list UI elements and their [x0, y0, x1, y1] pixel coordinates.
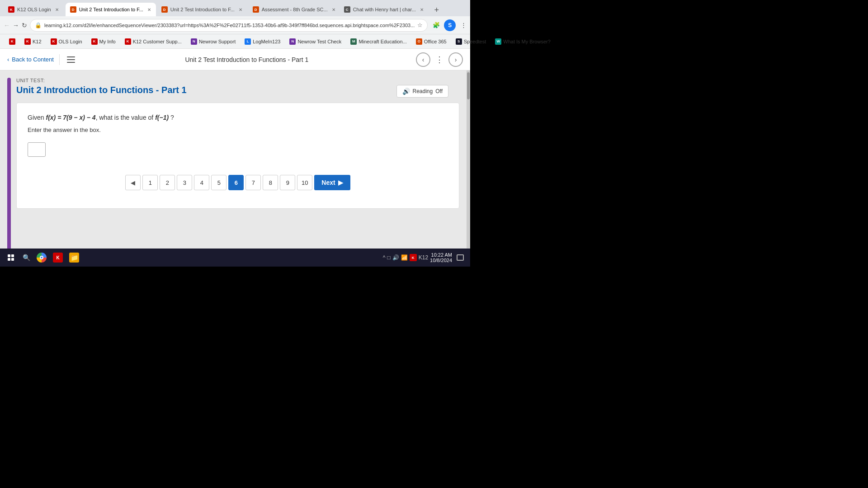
- new-tab-button[interactable]: +: [430, 4, 443, 16]
- scrollbar[interactable]: [467, 70, 470, 267]
- question-instruction: Enter the answer in the box.: [28, 127, 448, 133]
- tab-close-2[interactable]: ✕: [237, 6, 244, 13]
- bookmark-newrow-test[interactable]: N Newrow Test Check: [286, 37, 345, 46]
- bookmark-label-wib: What Is My Browser?: [503, 39, 551, 44]
- scroll-thumb[interactable]: [467, 72, 470, 99]
- profile-icon[interactable]: S: [444, 19, 456, 31]
- tab-unit2-2[interactable]: D Unit 2 Test Introduction to F... ✕: [157, 3, 247, 16]
- taskbar-chrome[interactable]: [34, 250, 49, 265]
- bookmark-favicon-wib: W: [495, 38, 501, 45]
- reading-state-label: Off: [435, 88, 443, 94]
- bookmark-favicon-logmein: L: [245, 38, 251, 45]
- pagination-page-10[interactable]: 10: [297, 175, 312, 190]
- reload-button[interactable]: ↻: [22, 19, 27, 32]
- lock-icon: 🔒: [35, 22, 42, 28]
- reading-icon: 🔊: [402, 88, 410, 95]
- reading-button[interactable]: 🔊 Reading Off: [396, 85, 449, 98]
- start-button[interactable]: [4, 250, 18, 265]
- address-bar[interactable]: 🔒 learning.k12.com/d2l/le/enhancedSequen…: [30, 19, 428, 32]
- tab-chat[interactable]: C Chat with Henry hart | char... ✕: [340, 3, 429, 16]
- notification-button[interactable]: [454, 251, 467, 264]
- extensions-icon[interactable]: 🧩: [430, 19, 442, 31]
- answer-input[interactable]: [28, 142, 46, 157]
- star-icon[interactable]: ☆: [417, 22, 423, 28]
- purple-accent-bar: [7, 78, 11, 259]
- k12-sys-label: K12: [419, 254, 428, 261]
- pagination-page-2[interactable]: 2: [160, 175, 175, 190]
- forward-button[interactable]: →: [13, 19, 19, 32]
- tab-close-btn[interactable]: ✕: [54, 6, 60, 13]
- pagination-page-4[interactable]: 4: [194, 175, 209, 190]
- tab-close-assessment[interactable]: ✕: [330, 6, 337, 13]
- files-icon: 📁: [69, 253, 79, 263]
- hamburger-menu-button[interactable]: [65, 53, 78, 66]
- pagination-page-7[interactable]: 7: [245, 175, 261, 190]
- bookmark-label-office365: Office 365: [424, 39, 447, 44]
- bookmark-label-newrow-test: Newrow Test Check: [297, 39, 341, 44]
- bookmark-minecraft[interactable]: M Minecraft Education...: [347, 37, 410, 46]
- bookmark-favicon-newrow-test: N: [289, 38, 296, 45]
- unit-test-title: Unit 2 Introduction to Functions - Part …: [16, 85, 459, 95]
- pagination-page-9[interactable]: 9: [280, 175, 295, 190]
- bookmark-whatismybrowser[interactable]: W What Is My Browser?: [491, 37, 554, 46]
- bookmark-speedtest[interactable]: S Speedtest: [452, 37, 490, 46]
- bookmark-favicon-k12-1: K: [9, 38, 15, 45]
- page-header: ‹ Back to Content Unit 2 Test Introducti…: [0, 49, 470, 70]
- next-button[interactable]: Next ▶: [314, 175, 350, 190]
- pagination-page-1[interactable]: 1: [142, 175, 158, 190]
- taskbar-clock[interactable]: 10:22 AM 10/8/2024: [430, 252, 452, 263]
- more-options-button[interactable]: ⋮: [433, 53, 446, 66]
- header-divider-1: [59, 54, 60, 65]
- pagination-page-5[interactable]: 5: [211, 175, 226, 190]
- audio-icon[interactable]: 🔊: [392, 254, 399, 261]
- tab-favicon-k12: K: [8, 6, 14, 13]
- back-button[interactable]: ←: [4, 19, 10, 32]
- pagination-page-6-active[interactable]: 6: [228, 175, 244, 190]
- bookmark-label-speedtest: Speedtest: [464, 39, 486, 44]
- next-nav-button[interactable]: ›: [448, 52, 463, 67]
- bookmark-favicon-minecraft: M: [350, 38, 357, 45]
- pagination-prev-button[interactable]: ◀: [125, 175, 141, 190]
- battery-icon: □: [387, 254, 390, 261]
- tab-close-active[interactable]: ✕: [146, 6, 152, 13]
- prev-nav-button[interactable]: ‹: [416, 52, 430, 67]
- math-fx: f(x) = 7(9 − x) − 4: [46, 114, 95, 121]
- back-arrow-icon: ‹: [7, 56, 9, 63]
- bookmark-label-ols: OLS Login: [59, 39, 82, 44]
- bookmark-label-support: K12 Customer Supp...: [133, 39, 182, 44]
- bookmark-my-info[interactable]: K My Info: [88, 37, 119, 46]
- notification-icon: [457, 254, 464, 261]
- tab-label-assessment: Assessment - 8th Grade SC...: [262, 7, 328, 12]
- header-navigation-buttons: ‹ ⋮ ›: [416, 52, 463, 67]
- taskbar-k12-app[interactable]: K: [51, 250, 65, 265]
- bookmark-k12-logo[interactable]: K: [5, 37, 19, 46]
- search-button[interactable]: 🔍: [20, 251, 33, 264]
- reading-label: Reading: [413, 88, 433, 94]
- bookmark-favicon-ols: K: [51, 38, 57, 45]
- windows-logo-icon: [8, 254, 14, 261]
- tab-k12-ols[interactable]: K K12 OLS Login ✕: [4, 3, 65, 16]
- more-options-icon[interactable]: ⋮: [458, 19, 469, 31]
- tab-favicon-d2l-2: D: [161, 6, 168, 13]
- bookmark-office365[interactable]: O Office 365: [412, 37, 450, 46]
- hamburger-line-1: [67, 56, 75, 57]
- tab-assessment[interactable]: D Assessment - 8th Grade SC... ✕: [248, 3, 339, 16]
- pagination-page-3[interactable]: 3: [177, 175, 192, 190]
- taskbar-files[interactable]: 📁: [67, 250, 81, 265]
- tab-unit2-active[interactable]: D Unit 2 Test Introduction to F... ✕: [66, 3, 156, 16]
- tab-label-active: Unit 2 Test Introduction to F...: [79, 7, 143, 12]
- tab-close-chat[interactable]: ✕: [419, 6, 425, 13]
- bookmark-k12[interactable]: K K12: [21, 37, 45, 46]
- bookmark-favicon-speedtest: S: [456, 38, 462, 45]
- chevron-up-icon[interactable]: ^: [383, 254, 386, 261]
- address-text: learning.k12.com/d2l/le/enhancedSequence…: [44, 23, 415, 28]
- bookmark-newrow-support[interactable]: N Newrow Support: [187, 37, 239, 46]
- bookmark-customer-support[interactable]: K K12 Customer Supp...: [121, 37, 185, 46]
- bookmark-label-k12: K12: [33, 39, 42, 44]
- bookmark-ols-login[interactable]: K OLS Login: [47, 37, 86, 46]
- tab-favicon-d2l-active: D: [70, 6, 76, 13]
- tab-label: K12 OLS Login: [17, 7, 51, 12]
- back-to-content-link[interactable]: ‹ Back to Content: [7, 56, 54, 63]
- pagination-page-8[interactable]: 8: [263, 175, 278, 190]
- bookmark-logmein[interactable]: L LogMeIn123: [241, 37, 284, 46]
